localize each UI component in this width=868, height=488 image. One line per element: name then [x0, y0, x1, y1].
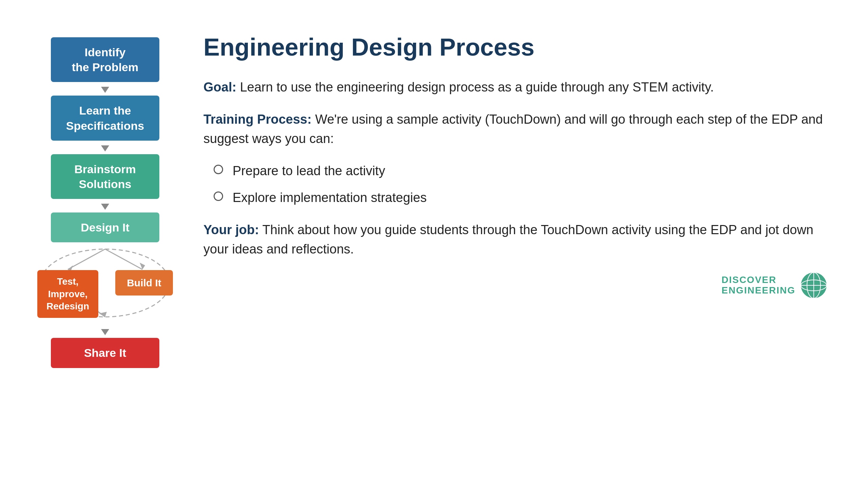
svg-marker-0: [101, 87, 109, 93]
content-body: Goal: Learn to use the engineering desig…: [203, 78, 827, 299]
step-learn: Learn theSpecifications: [51, 96, 159, 140]
svg-marker-1: [101, 145, 109, 151]
svg-line-6: [105, 249, 142, 269]
goal-paragraph: Goal: Learn to use the engineering desig…: [203, 78, 827, 97]
logo-area: DISCOVER ENGINEERING: [203, 272, 827, 299]
bullet-circle-1: [214, 165, 223, 174]
bullet-text-1: Prepare to lead the activity: [233, 161, 385, 181]
logo-text: DISCOVER ENGINEERING: [722, 275, 795, 296]
step-build: Build It: [115, 270, 173, 296]
logo-globe-icon: [800, 272, 827, 299]
step-identify: Identifythe Problem: [51, 37, 159, 82]
svg-line-4: [68, 249, 105, 269]
bullet-text-2: Explore implementation strategies: [233, 188, 427, 207]
yourjob-label: Your job:: [203, 223, 259, 237]
step-test: Test, Improve,Redesign: [37, 270, 98, 318]
flowchart: Identifythe Problem Learn theSpecificati…: [34, 27, 176, 368]
yourjob-paragraph: Your job: Think about how you guide stud…: [203, 220, 827, 259]
step-brainstorm: BrainstormSolutions: [51, 154, 159, 199]
bullet-item-1: Prepare to lead the activity: [214, 161, 827, 181]
step-share: Share It: [51, 338, 159, 368]
arrow-identify-to-learn: [99, 83, 111, 95]
goal-text: Learn to use the engineering design proc…: [236, 80, 714, 94]
content-area: Engineering Design Process Goal: Learn t…: [203, 27, 827, 299]
step-design: Design It: [51, 212, 159, 242]
training-paragraph: Training Process: We're using a sample a…: [203, 110, 827, 148]
logo-line2: ENGINEERING: [722, 285, 795, 296]
page-title: Engineering Design Process: [203, 34, 827, 61]
arrow-loop-to-share: [99, 325, 111, 337]
loop-section: Test, Improve,Redesign Build It: [34, 242, 176, 324]
training-label: Training Process:: [203, 112, 312, 126]
svg-marker-10: [101, 329, 109, 335]
arrow-learn-to-brainstorm: [99, 141, 111, 154]
bullet-list: Prepare to lead the activity Explore imp…: [214, 161, 827, 207]
logo-line1: DISCOVER: [722, 275, 795, 285]
goal-label: Goal:: [203, 80, 236, 94]
yourjob-text: Think about how you guide students throu…: [203, 223, 813, 256]
bullet-circle-2: [214, 191, 223, 201]
bullet-item-2: Explore implementation strategies: [214, 188, 827, 207]
arrow-brainstorm-to-design: [99, 200, 111, 212]
svg-marker-2: [101, 204, 109, 210]
